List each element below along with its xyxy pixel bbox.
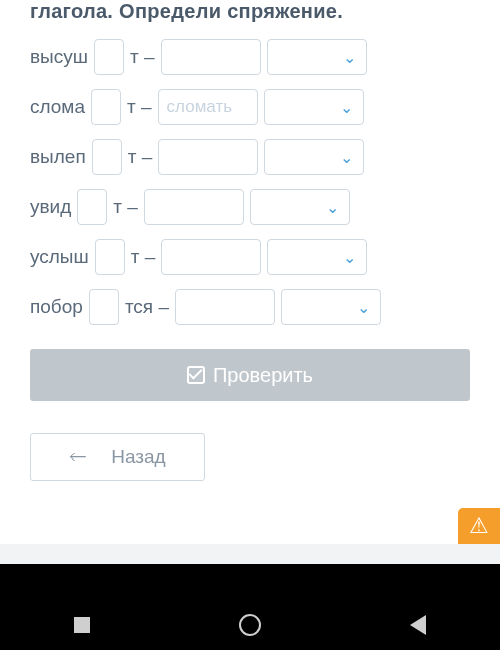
infinitive-input[interactable]: [158, 139, 258, 175]
exercise-content: глагола. Определи спряжение. высуш т – ⌄…: [0, 0, 500, 501]
back-button-label: Назад: [111, 446, 165, 468]
verb-stem: высуш: [30, 46, 88, 68]
verb-row: увид т – ⌄: [30, 189, 470, 225]
ending-input[interactable]: [89, 289, 119, 325]
verb-suffix: т –: [131, 246, 156, 268]
nav-back-icon[interactable]: [410, 615, 426, 635]
check-button-label: Проверить: [213, 364, 313, 387]
verb-stem: слома: [30, 96, 85, 118]
verb-suffix: т –: [128, 146, 153, 168]
ending-input[interactable]: [91, 89, 121, 125]
ending-input[interactable]: [92, 139, 122, 175]
verb-row: высуш т – ⌄: [30, 39, 470, 75]
chevron-down-icon: ⌄: [340, 98, 353, 117]
verb-suffix: т –: [130, 46, 155, 68]
task-heading: глагола. Определи спряжение.: [30, 0, 470, 23]
ending-input[interactable]: [77, 189, 107, 225]
chevron-down-icon: ⌄: [343, 248, 356, 267]
check-button[interactable]: Проверить: [30, 349, 470, 401]
chevron-down-icon: ⌄: [357, 298, 370, 317]
chevron-down-icon: ⌄: [343, 48, 356, 67]
ending-input[interactable]: [94, 39, 124, 75]
check-icon: [187, 366, 205, 384]
verb-stem: вылеп: [30, 146, 86, 168]
conjugation-select[interactable]: ⌄: [264, 139, 364, 175]
arrow-left-icon: 🡐: [69, 447, 87, 468]
infinitive-input[interactable]: [161, 239, 261, 275]
verb-stem: увид: [30, 196, 71, 218]
verb-stem: побор: [30, 296, 83, 318]
back-button[interactable]: 🡐 Назад: [30, 433, 205, 481]
infinitive-input[interactable]: [175, 289, 275, 325]
conjugation-select[interactable]: ⌄: [264, 89, 364, 125]
verb-stem: услыш: [30, 246, 89, 268]
verb-suffix: т –: [113, 196, 138, 218]
chevron-down-icon: ⌄: [326, 198, 339, 217]
conjugation-select[interactable]: ⌄: [281, 289, 381, 325]
chevron-down-icon: ⌄: [340, 148, 353, 167]
conjugation-select[interactable]: ⌄: [250, 189, 350, 225]
android-nav-bar: [0, 564, 500, 650]
conjugation-select[interactable]: ⌄: [267, 239, 367, 275]
infinitive-input[interactable]: [144, 189, 244, 225]
nav-recent-icon[interactable]: [74, 617, 90, 633]
verb-row: слома т – сломать ⌄: [30, 89, 470, 125]
verb-row: побор тся – ⌄: [30, 289, 470, 325]
warning-tab[interactable]: ⚠: [458, 508, 500, 544]
verb-suffix: тся –: [125, 296, 169, 318]
ending-input[interactable]: [95, 239, 125, 275]
nav-home-icon[interactable]: [239, 614, 261, 636]
infinitive-input[interactable]: сломать: [158, 89, 258, 125]
verb-row: вылеп т – ⌄: [30, 139, 470, 175]
verb-row: услыш т – ⌄: [30, 239, 470, 275]
infinitive-input[interactable]: [161, 39, 261, 75]
verb-suffix: т –: [127, 96, 152, 118]
conjugation-select[interactable]: ⌄: [267, 39, 367, 75]
warning-icon: ⚠: [469, 515, 489, 537]
footer-band: [0, 544, 500, 566]
